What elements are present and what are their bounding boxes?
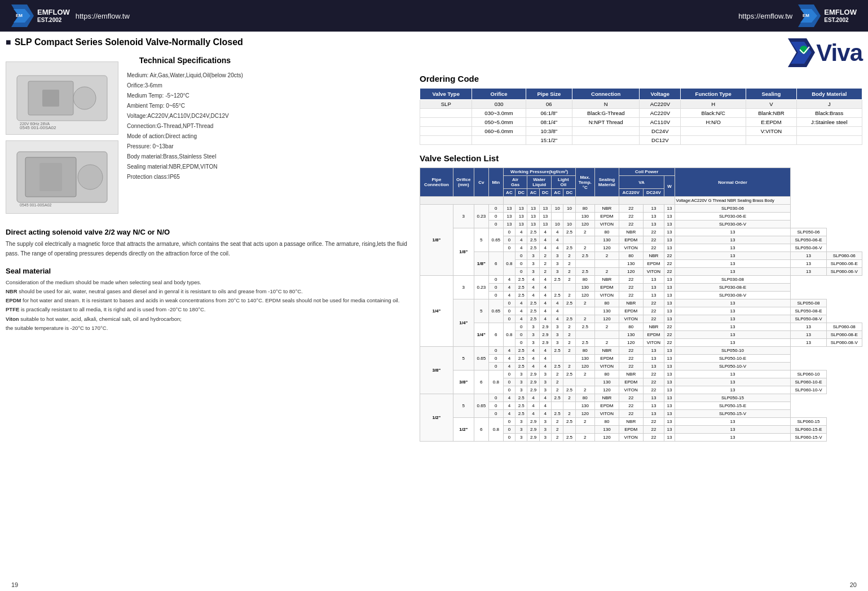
cell-oil-dc	[563, 213, 575, 220]
cell-orifice: 6	[474, 418, 488, 442]
cell-w: 13	[675, 244, 791, 252]
cell-sealing: NBR	[619, 371, 643, 378]
ordering-cell	[572, 127, 640, 136]
cell-ac220v: 22	[664, 260, 675, 268]
cell-normal-order: SLP030-08-E	[675, 284, 791, 292]
cell-max-temp: 120	[575, 292, 594, 299]
cell-oil-ac: 2.5	[551, 276, 563, 284]
cell-ac220v: 22	[619, 363, 643, 371]
cell-oil-ac: 2.5	[563, 315, 575, 323]
cell-normal-order: SLP050-08	[791, 299, 826, 307]
cell-ac220v: 22	[664, 331, 675, 339]
cell-min: 0	[488, 213, 503, 220]
th-light-oil: LightOil	[551, 176, 575, 189]
cell-w: 13	[675, 371, 791, 378]
cell-dc24v: 13	[675, 252, 791, 260]
ordering-cell: 15:1/2"	[526, 136, 572, 145]
cell-air-dc: 2.9	[527, 418, 539, 426]
cell-water-dc: 2	[551, 371, 563, 378]
cell-water-dc: 2	[551, 418, 563, 426]
svg-text:EM: EM	[803, 13, 809, 18]
cell-sealing: NBR	[643, 323, 664, 331]
cell-normal-order: SLP050-15-E	[675, 402, 791, 410]
cell-water-ac: 13	[527, 205, 539, 213]
spec-line-4: Ambient Temp: 0~65°C	[127, 101, 243, 111]
cell-normal-order: SLP030-06	[675, 205, 791, 213]
tech-specs-title: Technical Specifications	[127, 56, 243, 65]
cell-oil-ac: 2.5	[563, 371, 575, 378]
viva-logo-icon	[785, 37, 816, 68]
page-number-right: 20	[850, 581, 857, 588]
cell-normal-order: SLP050-10-E	[675, 355, 791, 363]
cell-air-ac: 3	[527, 268, 539, 276]
cell-max-temp: 120	[575, 410, 594, 418]
cell-oil-ac: 2.5	[575, 339, 594, 347]
cell-pipe: 1/8"	[474, 252, 488, 276]
cell-max-temp: 120	[595, 386, 619, 394]
cell-air-dc: 2.5	[515, 292, 527, 299]
cell-sealing: VITON	[595, 410, 619, 418]
cell-air-dc: 2.5	[515, 402, 527, 410]
cell-min: 0	[503, 236, 515, 244]
direct-acting-text: The supply coil electrically a magnetic …	[6, 239, 408, 258]
cell-sealing: NBR	[595, 347, 619, 355]
ordering-cell: 06:1/8"	[526, 109, 572, 118]
svg-rect-9	[42, 90, 59, 107]
cell-dc24v: 13	[643, 213, 664, 220]
cell-air-dc: 2.9	[539, 331, 551, 339]
cell-cv: 0.65	[488, 299, 503, 323]
cell-water-dc: 4	[551, 315, 563, 323]
ordering-cell: AC110V	[640, 118, 681, 127]
left-panel: SLP Compact Series Solenoid Valve-Normal…	[6, 37, 417, 573]
cell-air-dc: 2.5	[527, 299, 539, 307]
cell-water-ac: 3	[551, 339, 563, 347]
cell-min: 0	[515, 268, 527, 276]
cell-water-ac: 4	[539, 299, 551, 307]
cell-water-dc: 2	[551, 378, 563, 386]
ordering-cell: AC220V	[640, 100, 681, 109]
cell-sealing: NBR	[619, 418, 643, 426]
cell-water-ac: 3	[539, 371, 551, 378]
cell-water-ac: 3	[551, 260, 563, 268]
ordering-cell: 050~5.0mm	[472, 118, 526, 127]
cell-min: 0	[488, 363, 503, 371]
cell-min: 0	[488, 276, 503, 284]
cell-max-temp: 120	[595, 244, 619, 252]
cell-min: 0	[515, 323, 527, 331]
cell-water-dc: 2	[563, 323, 575, 331]
ordering-th-sealing: Sealing	[746, 89, 796, 100]
cell-oil-dc	[575, 236, 594, 244]
logo-right: EM EMFLOW EST.2002	[798, 5, 857, 27]
cell-cv: 0.23	[474, 276, 488, 299]
cell-normal-order: SLP060-15-V	[791, 434, 826, 442]
cell-pipe: 3/8"	[453, 371, 474, 394]
direct-acting-section: Direct acting solenoid valve 2/2 way N/C…	[6, 228, 408, 258]
product-image-bottom: 0545 001-00SA02	[6, 140, 118, 214]
cell-air-ac: 4	[503, 402, 515, 410]
cell-air-ac: 3	[515, 378, 527, 386]
ordering-cell	[681, 136, 746, 145]
cell-oil-dc	[563, 355, 575, 363]
cell-oil-dc: 2	[575, 386, 594, 394]
cell-min: 0	[503, 434, 515, 442]
cell-water-ac: 4	[527, 410, 539, 418]
ordering-row-5: 15:1/2" DC12V	[420, 136, 862, 145]
th-coil-power: Coil Power	[619, 168, 675, 176]
cell-water-ac: 3	[551, 323, 563, 331]
cell-oil-ac: 2.5	[575, 323, 594, 331]
page-title: SLP Compact Series Solenoid Valve-Normal…	[6, 37, 408, 47]
th-max-temp: Max.Temp.°C	[575, 168, 594, 197]
cell-normal-order: SLP060-06	[826, 252, 862, 260]
cell-oil-dc: 2	[575, 371, 594, 378]
cell-oil-dc: 10	[563, 220, 575, 228]
ordering-code-title: Ordering Code	[420, 74, 862, 83]
normal-order-note-row: Voltage:AC220V G Thread NBR Sealing Bras…	[420, 197, 862, 205]
emflow-logo-left: EM	[11, 5, 34, 27]
cell-oil-ac: 10	[551, 205, 563, 213]
ordering-cell: DC24V	[640, 127, 681, 136]
cell-water-dc: 4	[551, 228, 563, 236]
cell-w: 13	[791, 260, 826, 268]
cell-air-dc: 2.5	[527, 315, 539, 323]
cell-normal-order: SLP050-15-V	[675, 410, 791, 418]
cell-max-temp: 130	[575, 355, 594, 363]
